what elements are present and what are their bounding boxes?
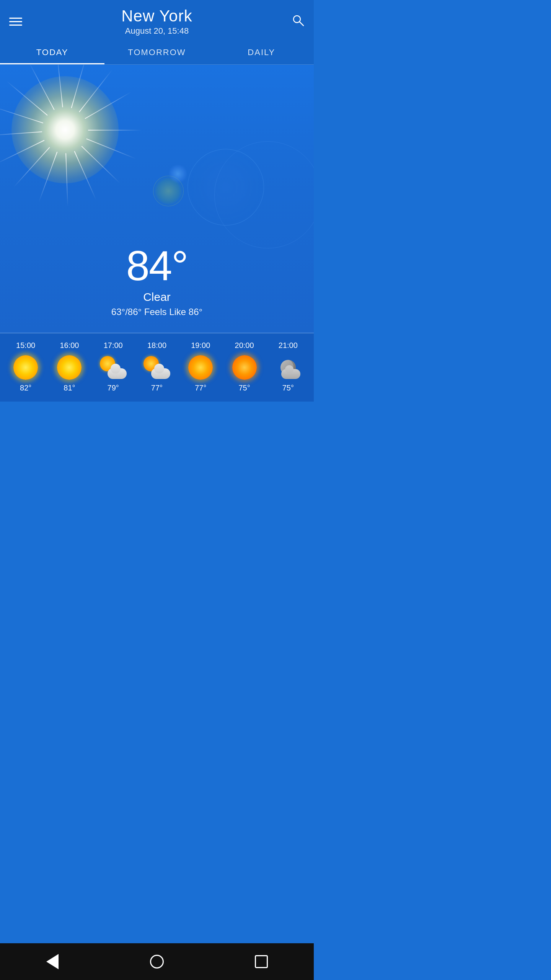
hourly-temps-row: 82° 81° 79° 77° 77° 75° 75° [0,384,314,392]
hourly-icon-4 [181,355,220,380]
hourly-time-0: 15:00 [7,341,45,350]
menu-button[interactable] [9,18,22,26]
tab-tomorrow[interactable]: TOMORROW [104,41,209,64]
hourly-time-5: 20:00 [225,341,264,350]
hourly-time-4: 19:00 [181,341,220,350]
hourly-icons-row [0,355,314,380]
hourly-temp-3: 77° [138,384,176,392]
hourly-temp-0: 82° [7,384,45,392]
current-temperature: 84° [111,245,202,287]
weather-main-section: 84° Clear 63°/86° Feels Like 86° [0,65,314,333]
tab-bar: TODAY TOMORROW DAILY [0,41,314,65]
hourly-icon-2 [94,356,132,379]
hourly-temp-6: 75° [269,384,307,392]
hourly-temp-5: 75° [225,384,264,392]
hourly-time-6: 21:00 [269,341,307,350]
tab-daily[interactable]: DAILY [209,41,314,64]
hourly-icon-3 [138,356,176,379]
sun-graphic [11,76,119,183]
hourly-icon-0 [7,355,45,380]
hourly-icon-6 [269,355,307,380]
header-datetime: August 20, 15:48 [22,26,292,36]
temp-range-feels: 63°/86° Feels Like 86° [111,307,202,317]
hourly-icon-1 [50,355,88,380]
current-condition: Clear [111,291,202,304]
svg-line-1 [300,22,303,26]
hourly-times-row: 15:00 16:00 17:00 18:00 19:00 20:00 21:0… [0,341,314,350]
current-weather-info: 84° Clear 63°/86° Feels Like 86° [111,245,202,317]
hourly-icon-5 [225,355,264,380]
hourly-temp-2: 79° [94,384,132,392]
header-center: New York August 20, 15:48 [22,7,292,36]
hourly-temp-4: 77° [181,384,220,392]
hourly-temp-1: 81° [50,384,88,392]
lens-flare-2 [168,164,187,183]
lens-flare-4 [214,141,314,248]
tab-today[interactable]: TODAY [0,41,104,64]
hourly-time-2: 17:00 [94,341,132,350]
app-header: New York August 20, 15:48 [0,0,314,41]
city-title: New York [22,7,292,25]
hourly-time-3: 18:00 [138,341,176,350]
search-button[interactable] [292,14,305,29]
hourly-time-1: 16:00 [50,341,88,350]
hourly-forecast: 15:00 16:00 17:00 18:00 19:00 20:00 21:0… [0,333,314,402]
